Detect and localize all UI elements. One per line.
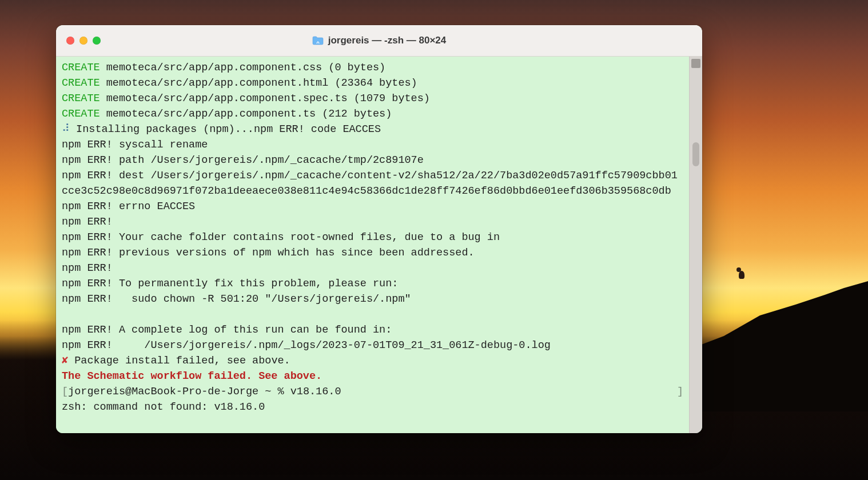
output-line: memoteca/src/app/app.component.css (0 by… (100, 62, 386, 74)
output-line: zsh: command not found: v18.16.0 (62, 401, 265, 413)
output-line: Installing packages (npm)...npm ERR! cod… (70, 123, 381, 135)
error-line: The Schematic workflow failed. See above… (62, 370, 322, 382)
create-keyword: CREATE (62, 93, 100, 105)
terminal-output[interactable]: CREATE memoteca/src/app/app.component.cs… (56, 57, 689, 433)
traffic-lights (66, 37, 101, 45)
output-line: memoteca/src/app/app.component.html (233… (100, 77, 417, 89)
output-line: npm ERR! previous versions of npm which … (62, 247, 475, 259)
window-title-text: jorgereis — -zsh — 80×24 (328, 35, 446, 46)
bird-silhouette (736, 266, 748, 279)
fail-x-icon: ✘ (62, 355, 68, 367)
output-line: npm ERR! dest /Users/jorgereis/.npm/_cac… (62, 170, 678, 197)
terminal-window: jorgereis — -zsh — 80×24 CREATE memoteca… (56, 25, 702, 433)
vertical-scrollbar[interactable] (689, 57, 702, 433)
output-line: npm ERR! (62, 216, 119, 228)
create-keyword: CREATE (62, 62, 100, 74)
scrollbar-thumb[interactable] (692, 142, 699, 166)
output-line: npm ERR! syscall rename (62, 139, 208, 151)
create-keyword: CREATE (62, 108, 100, 120)
window-title: jorgereis — -zsh — 80×24 (56, 35, 702, 46)
home-folder-icon (312, 36, 324, 45)
prompt-bracket-open: [ (62, 386, 68, 398)
minimize-button[interactable] (79, 37, 87, 45)
output-line: npm ERR! A complete log of this run can … (62, 324, 392, 336)
output-line: npm ERR! errno EACCES (62, 201, 195, 213)
prompt-bracket-close: ] (677, 384, 683, 399)
desktop-background: jorgereis — -zsh — 80×24 CREATE memoteca… (0, 0, 868, 480)
output-line: memoteca/src/app/app.component.ts (212 b… (100, 108, 392, 120)
shell-prompt: jorgereis@MacBook-Pro-de-Jorge ~ % v18.1… (68, 386, 341, 398)
output-line: npm ERR! To permanently fix this problem… (62, 278, 398, 290)
output-line: npm ERR! (62, 262, 119, 274)
output-line: npm ERR! /Users/jorgereis/.npm/_logs/202… (62, 339, 551, 351)
window-titlebar[interactable]: jorgereis — -zsh — 80×24 (56, 25, 702, 57)
close-button[interactable] (66, 37, 74, 45)
create-keyword: CREATE (62, 77, 100, 89)
output-line: memoteca/src/app/app.component.spec.ts (… (100, 93, 430, 105)
zoom-button[interactable] (93, 37, 101, 45)
scroll-marker-icon (691, 59, 700, 68)
spinner-icon: ⠼ (62, 123, 70, 135)
output-line: npm ERR! path /Users/jorgereis/.npm/_cac… (62, 154, 424, 166)
output-line: Package install failed, see above. (68, 355, 290, 367)
output-line: npm ERR! Your cache folder contains root… (62, 231, 500, 243)
output-line: npm ERR! sudo chown -R 501:20 "/Users/jo… (62, 293, 411, 305)
